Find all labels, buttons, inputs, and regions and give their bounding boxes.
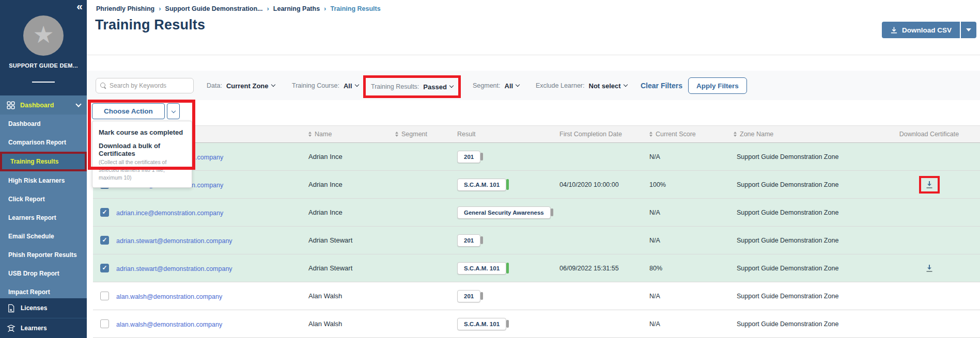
sort-icon[interactable] <box>395 132 398 137</box>
row-checkbox[interactable] <box>100 264 109 272</box>
first-completion-date: 04/10/2020 10:00:00 <box>559 181 642 188</box>
learner-name: Adrian Ince <box>308 181 390 188</box>
sort-icon[interactable] <box>308 132 312 137</box>
sidebar-item-learners-report[interactable]: Learners Report <box>0 208 87 227</box>
download-csv-dropdown-button[interactable] <box>960 22 976 38</box>
download-certificate-icon[interactable] <box>921 234 938 247</box>
sidebar-item-learners[interactable]: Learners <box>0 318 87 338</box>
row-checkbox[interactable] <box>100 319 109 328</box>
filter-segment[interactable]: Segment: All <box>473 78 519 93</box>
avatar: ★ <box>23 15 64 56</box>
download-csv-split-button: Download CSV <box>882 22 976 38</box>
learner-email-link[interactable]: adrian.stewart@demonstration.company <box>116 265 232 272</box>
download-csv-button[interactable]: Download CSV <box>882 22 960 38</box>
chevron-down-icon <box>75 101 81 107</box>
sidebar-section-dashboard[interactable]: Dashboard <box>0 95 87 115</box>
current-score: N/A <box>642 320 734 328</box>
result-badge[interactable]: General Security Awareness <box>457 206 551 219</box>
breadcrumb: Phriendly Phishing › Support Guide Demon… <box>96 5 381 12</box>
learner-email-link[interactable]: adrian.ince@demonstration.company <box>116 210 223 217</box>
header-first-completion-date: First Completion Date <box>559 131 642 138</box>
learner-email-link[interactable]: alan.walsh@demonstration.company <box>116 321 222 328</box>
download-icon <box>890 26 898 34</box>
result-badge[interactable]: 201 <box>457 234 480 247</box>
header-name[interactable]: Name <box>308 131 390 138</box>
result-badge[interactable]: S.C.A.M. 101 <box>457 262 506 275</box>
zone-name: Support Guide Demonstration Zone <box>734 293 878 300</box>
sort-icon[interactable] <box>734 132 737 137</box>
current-score: 80% <box>642 265 734 272</box>
row-checkbox[interactable] <box>100 208 109 217</box>
header-segment[interactable]: Segment <box>390 131 457 138</box>
table-row: adrian.ince@demonstration.company Adrian… <box>93 199 980 227</box>
sidebar-item-dashboard[interactable]: Dashboard <box>0 115 87 133</box>
sidebar-item-click-report[interactable]: Click Report <box>0 190 87 208</box>
menu-item-download-bulk-certificates[interactable]: Download a bulk of Certificates <box>92 139 192 158</box>
zone-name: Support Guide Demonstration Zone <box>734 320 878 328</box>
result-badge[interactable]: S.C.A.M. 101 <box>457 179 506 191</box>
breadcrumb-separator: › <box>159 5 161 12</box>
sidebar-item-phish-reporter-results[interactable]: Phish Reporter Results <box>0 246 87 264</box>
header-download-certificate: Download Certificate <box>878 131 980 138</box>
download-certificate-icon[interactable] <box>921 289 938 303</box>
header-current-score[interactable]: Current Score <box>642 131 734 138</box>
row-checkbox[interactable] <box>100 236 109 245</box>
filter-data[interactable]: Data: Current Zone <box>207 78 275 93</box>
learner-email-link[interactable]: alan.walsh@demonstration.company <box>116 293 222 300</box>
apply-filters-button[interactable]: Apply Filters <box>688 77 747 94</box>
zone-name: Support Guide Demonstration Zone <box>734 237 878 244</box>
filter-exclude-learner[interactable]: Exclude Learner: Not select <box>536 78 627 93</box>
row-checkbox[interactable] <box>100 292 109 300</box>
breadcrumb-phriendly-phishing[interactable]: Phriendly Phishing <box>96 5 154 12</box>
sidebar-item-usb-drop-report[interactable]: USB Drop Report <box>0 264 87 283</box>
breadcrumb-training-results: Training Results <box>330 5 380 12</box>
result-status-tab <box>506 263 509 273</box>
table-row: alan.walsh@demonstration.company Alan Wa… <box>93 282 980 310</box>
current-score: N/A <box>642 153 734 160</box>
zone-name: Support Guide Demonstration Zone <box>734 265 878 272</box>
breadcrumb-zone[interactable]: Support Guide Demonstration... <box>165 5 263 12</box>
chevron-down-icon <box>271 83 275 87</box>
table-row: adrian.stewart@demonstration.company Adr… <box>93 254 980 282</box>
learner-name: Adrian Ince <box>308 153 390 160</box>
result-badge[interactable]: S.C.A.M. 101 <box>457 318 506 330</box>
choose-action-button[interactable]: Choose Action <box>92 103 165 119</box>
result-status-tab <box>480 292 483 299</box>
divider <box>87 55 980 55</box>
sidebar-item-email-schedule[interactable]: Email Schedule <box>0 227 87 246</box>
filter-training-course[interactable]: Training Course: All <box>292 78 359 93</box>
sidebar-collapse-icon[interactable]: « <box>76 0 83 12</box>
sort-icon[interactable] <box>649 132 652 137</box>
clear-filters-link[interactable]: Clear Filters <box>641 78 682 93</box>
sidebar-item-licenses[interactable]: Licenses <box>0 298 87 318</box>
search-icon <box>100 83 106 89</box>
training-results-page: « ★ SUPPORT GUIDE DEM... Dashboard Dashb… <box>0 0 980 338</box>
download-certificate-icon[interactable] <box>921 317 938 331</box>
result-badge[interactable]: 201 <box>457 290 480 302</box>
page-title: Training Results <box>95 17 205 33</box>
sidebar-item-high-risk-learners[interactable]: High Risk Learners <box>0 171 87 190</box>
sidebar-item-training-results[interactable]: Training Results <box>0 152 87 171</box>
result-status-tab <box>506 320 509 327</box>
chevron-down-icon <box>171 108 175 112</box>
table-body: adrian.ince@demonstration.company Adrian… <box>93 143 980 338</box>
result-status-tab <box>551 208 553 216</box>
header-zone-name[interactable]: Zone Name <box>734 131 878 138</box>
download-certificate-icon[interactable] <box>921 206 938 219</box>
first-completion-date: 06/09/2022 15:31:55 <box>559 265 642 272</box>
menu-item-mark-course-completed[interactable]: Mark course as completed <box>92 126 192 139</box>
choose-action-dropdown-button[interactable] <box>167 103 180 119</box>
filter-training-results-highlighted[interactable]: Training Results: Passed <box>363 75 461 98</box>
learner-icon <box>7 324 15 333</box>
learner-email-link[interactable]: adrian.stewart@demonstration.company <box>116 237 232 245</box>
chevron-down-icon <box>354 83 359 87</box>
search-input[interactable] <box>110 82 189 89</box>
sidebar-item-comparison-report[interactable]: Comparison Report <box>0 133 87 152</box>
license-icon <box>7 304 15 313</box>
result-badge[interactable]: 201 <box>457 151 480 163</box>
download-certificate-icon[interactable] <box>921 262 938 275</box>
download-certificate-icon[interactable] <box>921 150 938 164</box>
learner-name: Adrian Stewart <box>308 264 390 272</box>
download-certificate-icon-highlighted[interactable] <box>919 176 940 194</box>
breadcrumb-learning-paths[interactable]: Learning Paths <box>273 5 320 12</box>
